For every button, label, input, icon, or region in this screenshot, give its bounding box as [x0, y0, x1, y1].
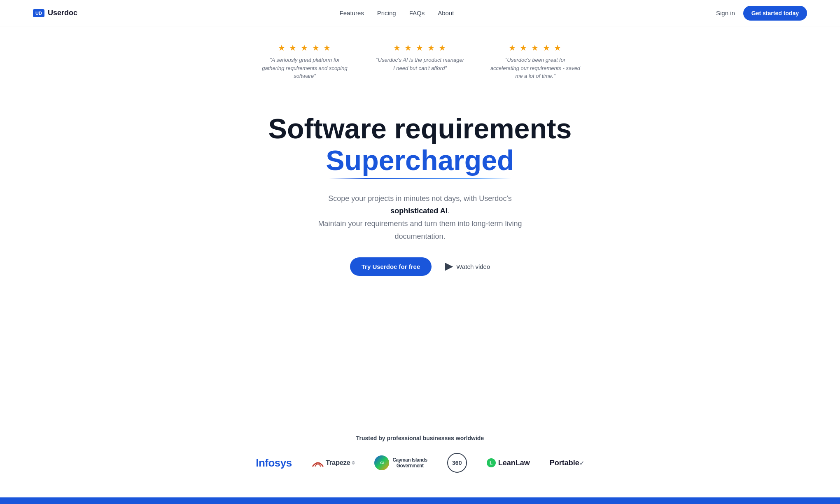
testimonial-1: ★ ★ ★ ★ ★ "A seriously great platform fo… — [259, 43, 350, 80]
logo-360: 360 — [447, 453, 467, 473]
nav-about[interactable]: About — [438, 9, 454, 16]
testimonial-2: ★ ★ ★ ★ ★ "Userdoc's AI is the product m… — [375, 43, 465, 80]
hero-actions: Try Userdoc for free Watch video — [350, 257, 490, 276]
cayman-icon: CI — [374, 455, 389, 470]
trusted-logos: Infosys Trapeze ® CI Cayman IslandsGover… — [33, 453, 807, 473]
nav-links: Features Pricing FAQs About — [340, 9, 454, 17]
logo-text: Userdoc — [48, 9, 77, 17]
trusted-section: Trusted by professional businesses world… — [0, 418, 840, 497]
watch-video-button[interactable]: Watch video — [445, 263, 490, 271]
trapeze-label: Trapeze — [326, 459, 350, 467]
stars-3: ★ ★ ★ ★ ★ — [490, 43, 581, 53]
leanlaw-text: LeanLaw — [498, 459, 530, 467]
testimonial-text-3: "Userdoc's been great for accelerating o… — [490, 56, 581, 80]
trusted-title: Trusted by professional businesses world… — [33, 435, 807, 441]
cayman-text: Cayman IslandsGovernment — [392, 457, 427, 469]
nav-features[interactable]: Features — [340, 9, 364, 16]
footer-bar — [0, 497, 840, 504]
hero-subtitle-line2: Maintain your requirements and turn them… — [318, 219, 522, 240]
try-free-button[interactable]: Try Userdoc for free — [350, 257, 432, 276]
sign-in-link[interactable]: Sign in — [716, 9, 735, 16]
testimonial-3: ★ ★ ★ ★ ★ "Userdoc's been great for acce… — [490, 43, 581, 80]
hero-subtitle: Scope your projects in minutes not days,… — [305, 192, 535, 243]
logo-leanlaw: L LeanLaw — [487, 458, 530, 467]
nav-faqs[interactable]: FAQs — [409, 9, 425, 16]
nav-pricing[interactable]: Pricing — [377, 9, 396, 16]
navbar: UD Userdoc Features Pricing FAQs About S… — [0, 0, 840, 26]
logo-portable: Portable✓ — [550, 459, 584, 467]
logo-cayman: CI Cayman IslandsGovernment — [374, 455, 427, 470]
watch-video-label: Watch video — [456, 263, 490, 270]
testimonial-text-1: "A seriously great platform for gatherin… — [259, 56, 350, 80]
play-icon — [445, 263, 453, 271]
hero-subtitle-end: . — [448, 207, 450, 215]
stars-1: ★ ★ ★ ★ ★ — [259, 43, 350, 53]
hero-subtitle-bold: sophisticated AI — [390, 207, 447, 215]
trapeze-sup: ® — [352, 461, 355, 465]
hero-title-line2: Supercharged — [268, 144, 572, 177]
nav-right: Sign in Get started today — [716, 6, 807, 21]
logo-infosys: Infosys — [256, 457, 292, 469]
hero-title: Software requirements Supercharged — [268, 113, 572, 177]
hero-title-line1: Software requirements — [268, 113, 572, 144]
hero-subtitle-normal1: Scope your projects in minutes not days,… — [328, 194, 512, 203]
logo-badge: UD — [33, 9, 44, 17]
stars-2: ★ ★ ★ ★ ★ — [375, 43, 465, 53]
leanlaw-icon: L — [487, 458, 496, 467]
get-started-button[interactable]: Get started today — [743, 6, 807, 21]
hero-section: Software requirements Supercharged Scope… — [0, 89, 840, 419]
logo[interactable]: UD Userdoc — [33, 9, 77, 17]
logo-trapeze: Trapeze ® — [312, 458, 355, 467]
testimonials-section: ★ ★ ★ ★ ★ "A seriously great platform fo… — [0, 26, 840, 89]
trapeze-icon — [312, 458, 324, 467]
testimonial-text-2: "Userdoc's AI is the product manager I n… — [375, 56, 465, 72]
